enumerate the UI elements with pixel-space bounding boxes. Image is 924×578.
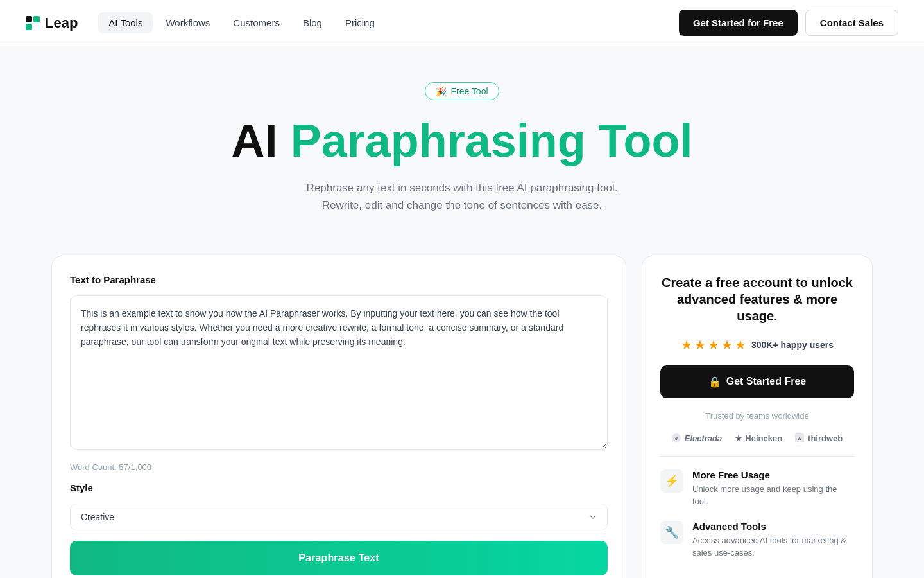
advanced-tools-desc: Access advanced AI tools for marketing &…: [692, 534, 854, 559]
right-panel: Create a free account to unlock advanced…: [642, 256, 873, 578]
free-tool-badge: 🎉 Free Tool: [425, 82, 499, 100]
brand-electrada: e Electrada: [672, 434, 723, 443]
hero-title-black: AI: [232, 115, 278, 166]
star-2: ★: [694, 337, 706, 353]
hero-title-teal: Paraphrasing Tool: [291, 115, 693, 166]
style-select[interactable]: Creative Formal Concise Standard: [70, 504, 608, 530]
text-input-label: Text to Paraphrase: [70, 274, 608, 285]
paraphrase-button[interactable]: Paraphrase Text: [70, 541, 608, 575]
lock-icon: 🔒: [708, 376, 721, 388]
more-usage-title: More Free Usage: [692, 469, 854, 480]
happy-users-count: 300K+ happy users: [751, 340, 834, 350]
more-usage-desc: Unlock more usage and keep using the too…: [692, 483, 854, 508]
logo-icon: [26, 16, 40, 30]
feature-advanced-tools: 🔧 Advanced Tools Access advanced AI tool…: [660, 521, 854, 559]
svg-rect-1: [33, 16, 40, 22]
star-5: ★: [735, 337, 746, 353]
hero-subtitle-line2: Rewrite, edit and change the tone of sen…: [322, 199, 603, 211]
star-4: ★: [721, 337, 733, 353]
more-usage-icon: ⚡: [660, 469, 683, 493]
svg-rect-0: [26, 16, 32, 22]
trusted-label: Trusted by teams worldwide: [660, 411, 854, 421]
svg-rect-2: [26, 24, 32, 30]
nav-get-started-button[interactable]: Get Started for Free: [679, 10, 798, 36]
svg-text:W: W: [798, 436, 802, 441]
more-usage-text: More Free Usage Unlock more usage and ke…: [692, 469, 854, 508]
nav-contact-sales-button[interactable]: Contact Sales: [805, 10, 898, 36]
badge-icon: 🎉: [436, 86, 447, 96]
main-content: Text to Paraphrase Word Count: 57/1,000 …: [26, 240, 898, 578]
nav-pricing[interactable]: Pricing: [335, 12, 385, 33]
feature-more-usage: ⚡ More Free Usage Unlock more usage and …: [660, 469, 854, 508]
brand-logos: e Electrada Heineken W thirdweb: [660, 434, 854, 443]
nav-links: AI Tools Workflows Customers Blog Pricin…: [98, 12, 384, 33]
badge-text: Free Tool: [450, 86, 488, 96]
paraphrase-textarea[interactable]: [70, 295, 608, 450]
advanced-tools-title: Advanced Tools: [692, 521, 854, 532]
hero-subtitle: Rephrase any text in seconds with this f…: [270, 179, 654, 214]
divider: [660, 456, 854, 457]
advanced-tools-icon: 🔧: [660, 521, 683, 544]
star-1: ★: [681, 337, 692, 353]
left-panel: Text to Paraphrase Word Count: 57/1,000 …: [51, 256, 626, 578]
stars: ★ ★ ★ ★ ★: [681, 337, 746, 353]
advanced-tools-text: Advanced Tools Access advanced AI tools …: [692, 521, 854, 559]
brand-heineken: Heineken: [735, 434, 782, 443]
nav-left: Leap AI Tools Workflows Customers Blog P…: [26, 12, 385, 33]
hero-title: AI Paraphrasing Tool: [26, 116, 898, 166]
get-started-button[interactable]: 🔒 Get Started Free: [660, 365, 854, 398]
nav-workflows[interactable]: Workflows: [155, 12, 220, 33]
star-3: ★: [708, 337, 719, 353]
get-started-label: Get Started Free: [726, 376, 806, 387]
textarea-wrapper: [70, 295, 608, 452]
hero-section: 🎉 Free Tool AI Paraphrasing Tool Rephras…: [0, 46, 924, 240]
logo-text: Leap: [45, 15, 78, 31]
right-panel-heading: Create a free account to unlock advanced…: [660, 274, 854, 324]
navigation: Leap AI Tools Workflows Customers Blog P…: [0, 0, 924, 46]
word-count: Word Count: 57/1,000: [70, 462, 608, 472]
nav-right: Get Started for Free Contact Sales: [679, 10, 898, 36]
stars-row: ★ ★ ★ ★ ★ 300K+ happy users: [660, 337, 854, 353]
style-label: Style: [70, 482, 608, 493]
brand-thirdweb: W thirdweb: [795, 434, 843, 443]
nav-customers[interactable]: Customers: [223, 12, 290, 33]
nav-blog[interactable]: Blog: [293, 12, 332, 33]
nav-ai-tools[interactable]: AI Tools: [98, 12, 153, 33]
hero-subtitle-line1: Rephrase any text in seconds with this f…: [307, 182, 618, 194]
svg-text:e: e: [675, 435, 678, 441]
